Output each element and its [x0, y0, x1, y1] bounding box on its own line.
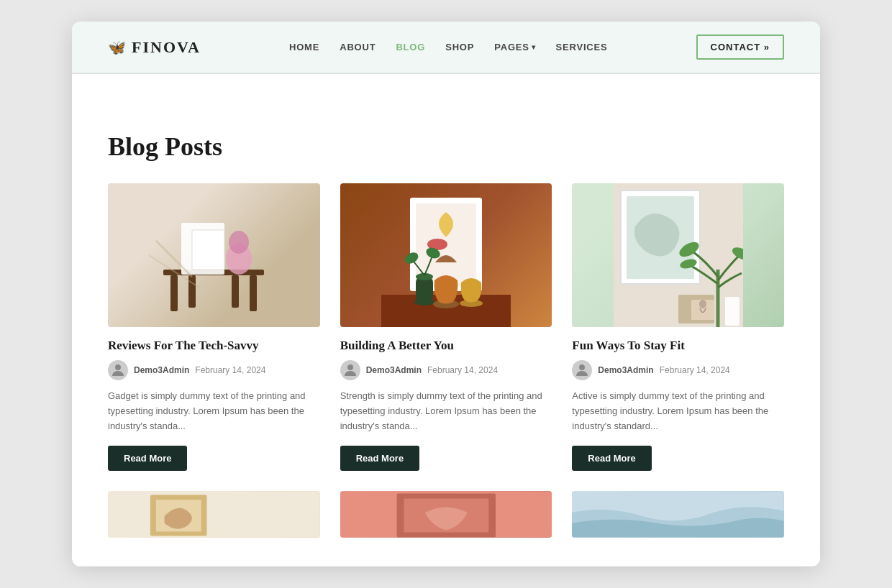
posts-grid: Reviews For The Tech-Savvy Demo3Admin Fe… [108, 183, 784, 470]
svg-point-37 [579, 364, 585, 370]
post-meta-1: Demo3Admin February 14, 2024 [108, 360, 320, 380]
read-more-button-1[interactable]: Read More [108, 446, 187, 471]
post-meta-2: Demo3Admin February 14, 2024 [340, 360, 552, 380]
avatar-2 [340, 360, 360, 380]
svg-point-8 [229, 231, 249, 254]
post-excerpt-2: Strength is simply dummy text of the pri… [340, 389, 552, 433]
post-card-3: Fun Ways To Stay Fit Demo3Admin February… [572, 183, 784, 470]
post-author-3: Demo3Admin [598, 365, 653, 375]
svg-rect-36 [725, 297, 739, 326]
post-image-partial-3 [572, 491, 784, 538]
read-more-button-3[interactable]: Read More [572, 446, 651, 471]
post-image-partial-1 [108, 491, 320, 538]
post-image-partial-2 [340, 491, 552, 538]
logo-text: FINOVA [132, 38, 201, 57]
svg-point-24 [347, 364, 353, 370]
post-author-1: Demo3Admin [134, 365, 189, 375]
nav-pages[interactable]: PAGES ▾ [494, 42, 535, 52]
svg-rect-4 [232, 275, 239, 308]
post-card-2: Building A Better You Demo3Admin Februar… [340, 183, 552, 470]
post-date-1: February 14, 2024 [195, 365, 265, 375]
header-divider [72, 73, 820, 74]
avatar-3 [572, 360, 592, 380]
nav-home[interactable]: HOME [289, 42, 319, 52]
main-nav: HOME ABOUT BLOG SHOP PAGES ▾ SERVICES [289, 42, 608, 52]
post-excerpt-1: Gadget is simply dummy text of the print… [108, 389, 320, 433]
svg-rect-2 [250, 275, 257, 311]
header: 🦋 FINOVA HOME ABOUT BLOG SHOP PAGES ▾ SE… [72, 22, 820, 73]
logo-icon: 🦋 [108, 39, 127, 56]
svg-rect-1 [170, 275, 178, 311]
nav-blog[interactable]: BLOG [396, 42, 425, 52]
post-meta-3: Demo3Admin February 14, 2024 [572, 360, 784, 380]
main-content: Blog Posts [72, 96, 820, 566]
svg-rect-6 [192, 230, 224, 270]
svg-point-35 [699, 300, 706, 308]
avatar-1 [108, 360, 128, 380]
post-card-1: Reviews For The Tech-Savvy Demo3Admin Fe… [108, 183, 320, 470]
post-date-3: February 14, 2024 [660, 365, 730, 375]
read-more-button-2[interactable]: Read More [340, 446, 419, 471]
post-image-1 [108, 183, 320, 327]
browser-window: 🦋 FINOVA HOME ABOUT BLOG SHOP PAGES ▾ SE… [72, 22, 820, 566]
chevron-down-icon: ▾ [532, 43, 536, 51]
page-title: Blog Posts [108, 132, 784, 162]
svg-rect-3 [188, 275, 196, 308]
nav-about[interactable]: ABOUT [340, 42, 376, 52]
nav-shop[interactable]: SHOP [445, 42, 474, 52]
logo[interactable]: 🦋 FINOVA [108, 38, 201, 57]
post-title-2: Building A Better You [340, 339, 552, 353]
contact-button[interactable]: CONTACT » [696, 35, 784, 60]
svg-rect-38 [108, 491, 320, 537]
post-author-2: Demo3Admin [366, 365, 422, 375]
nav-services[interactable]: SERVICES [556, 42, 608, 52]
post-date-2: February 14, 2024 [427, 365, 498, 375]
post-image-2 [340, 183, 552, 327]
post-excerpt-3: Active is simply dummy text of the print… [572, 389, 784, 433]
post-title-3: Fun Ways To Stay Fit [572, 339, 784, 353]
posts-grid-bottom [108, 491, 784, 538]
svg-rect-18 [416, 277, 433, 302]
svg-point-11 [115, 364, 121, 370]
post-image-3 [572, 183, 784, 327]
post-title-1: Reviews For The Tech-Savvy [108, 339, 320, 353]
